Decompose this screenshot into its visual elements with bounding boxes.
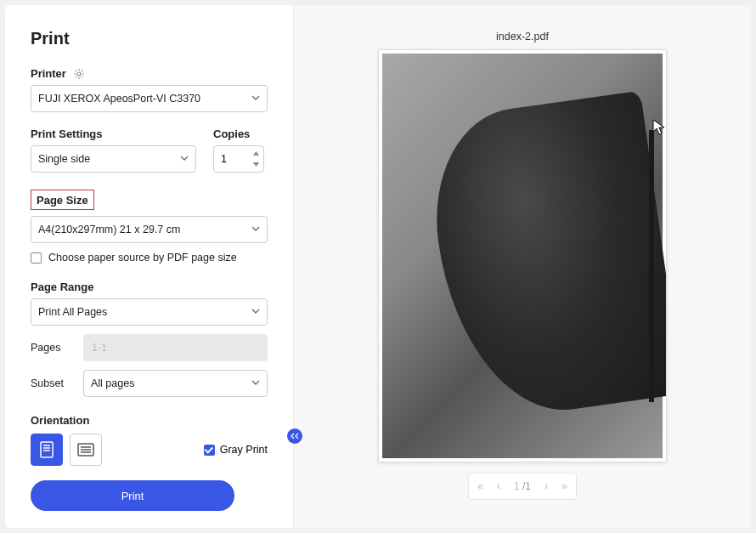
- spinner-down[interactable]: [250, 159, 262, 170]
- svg-rect-3: [41, 442, 53, 457]
- chevron-down-icon: [251, 224, 260, 235]
- pages-input: 1-1: [83, 334, 268, 361]
- copies-spinner: [250, 148, 262, 170]
- preview-filename: index-2.pdf: [496, 31, 549, 43]
- chevron-down-icon: [251, 93, 260, 105]
- page-range-value: Print All Pages: [38, 306, 107, 318]
- pages-row: Pages 1-1: [31, 334, 268, 361]
- settings-copies-row: Print Settings Single side Copies 1: [31, 128, 268, 173]
- orientation-section: Orientation Gray Print: [31, 414, 268, 466]
- page-size-value: A4(210x297mm) 21 x 29.7 cm: [38, 224, 180, 235]
- preview-image: [382, 54, 663, 458]
- orientation-row: Gray Print: [31, 434, 268, 466]
- copies-col: Copies 1: [213, 128, 268, 173]
- pager: « ‹ 1 /1 › »: [468, 473, 576, 500]
- paper-source-row: Choose paper source by PDF page size: [31, 252, 268, 264]
- page-size-label: Page Size: [37, 194, 88, 207]
- chevron-down-icon: [251, 306, 260, 318]
- page-size-label-highlighted: Page Size: [31, 190, 94, 210]
- printer-value: FUJI XEROX ApeosPort-VI C3370: [38, 93, 200, 105]
- collapse-icon: [291, 433, 299, 439]
- paper-source-label: Choose paper source by PDF page size: [48, 252, 237, 264]
- paper-source-checkbox[interactable]: [31, 252, 42, 264]
- subset-value: All pages: [91, 377, 134, 389]
- gear-icon[interactable]: [73, 68, 85, 80]
- chevron-down-icon: [251, 377, 260, 389]
- orientation-portrait[interactable]: [31, 434, 63, 466]
- subset-select[interactable]: All pages: [83, 370, 268, 397]
- svg-point-2: [77, 72, 81, 76]
- copies-value: 1: [221, 153, 227, 165]
- print-settings-select[interactable]: Single side: [31, 145, 196, 173]
- pages-placeholder: 1-1: [92, 342, 107, 354]
- gray-print-row: Gray Print: [204, 444, 268, 456]
- page-preview: [378, 49, 667, 462]
- page-size-section: Page Size A4(210x297mm) 21 x 29.7 cm Cho…: [31, 190, 268, 264]
- collapse-sidebar-button[interactable]: [287, 428, 302, 444]
- spinner-up[interactable]: [250, 148, 262, 159]
- gray-print-checkbox[interactable]: [204, 445, 215, 456]
- pages-label: Pages: [31, 342, 73, 354]
- pager-prev[interactable]: ‹: [497, 480, 500, 492]
- printer-label: Printer: [31, 67, 66, 80]
- print-button[interactable]: Print: [31, 480, 234, 511]
- pager-next[interactable]: ›: [544, 480, 548, 492]
- preview-area: index-2.pdf « ‹ 1 /1 › »: [294, 5, 751, 528]
- subset-label: Subset: [31, 377, 73, 389]
- print-settings-value: Single side: [38, 153, 90, 165]
- copies-input[interactable]: 1: [213, 145, 264, 173]
- orientation-landscape[interactable]: [70, 434, 102, 466]
- gray-print-label: Gray Print: [220, 444, 268, 456]
- print-settings-label: Print Settings: [31, 128, 196, 140]
- orientation-label: Orientation: [31, 414, 268, 427]
- page-range-label: Page Range: [31, 281, 268, 293]
- page-range-section: Page Range Print All Pages Pages 1-1 Sub…: [31, 281, 268, 397]
- copies-label: Copies: [213, 128, 268, 140]
- printer-select[interactable]: FUJI XEROX ApeosPort-VI C3370: [31, 85, 268, 112]
- print-settings-col: Print Settings Single side: [31, 128, 196, 173]
- pager-last[interactable]: »: [561, 480, 567, 492]
- dialog-title: Print: [31, 29, 268, 48]
- pager-first[interactable]: «: [477, 480, 483, 492]
- printer-label-row: Printer: [31, 67, 268, 80]
- print-sidebar: Print Printer FUJI XEROX ApeosPort-VI C3…: [5, 5, 294, 528]
- print-dialog: Print Printer FUJI XEROX ApeosPort-VI C3…: [5, 5, 751, 528]
- cursor-icon: [652, 119, 666, 139]
- chevron-down-icon: [180, 153, 189, 165]
- page-range-select[interactable]: Print All Pages: [31, 298, 268, 326]
- subset-row: Subset All pages: [31, 370, 268, 397]
- pager-current: 1 /1: [514, 480, 531, 492]
- page-size-select[interactable]: A4(210x297mm) 21 x 29.7 cm: [31, 216, 268, 243]
